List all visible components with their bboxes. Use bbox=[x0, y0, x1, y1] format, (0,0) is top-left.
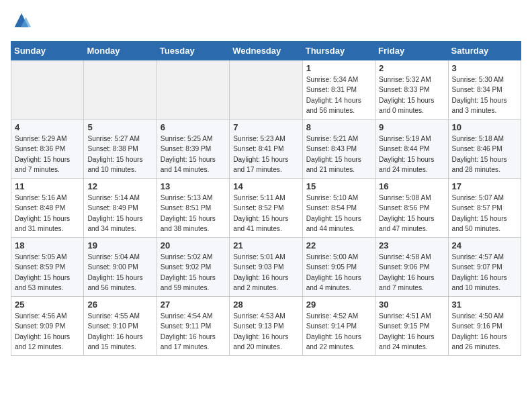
calendar-cell: 2Sunrise: 5:32 AM Sunset: 8:33 PM Daylig… bbox=[375, 60, 448, 120]
calendar-cell: 4Sunrise: 5:29 AM Sunset: 8:36 PM Daylig… bbox=[11, 120, 84, 179]
calendar-week-row: 25Sunrise: 4:56 AM Sunset: 9:09 PM Dayli… bbox=[11, 297, 521, 356]
day-info: Sunrise: 5:34 AM Sunset: 8:31 PM Dayligh… bbox=[306, 75, 371, 116]
day-number: 18 bbox=[15, 240, 80, 250]
day-info: Sunrise: 5:30 AM Sunset: 8:34 PM Dayligh… bbox=[452, 75, 517, 116]
calendar-cell: 28Sunrise: 4:53 AM Sunset: 9:13 PM Dayli… bbox=[230, 297, 302, 356]
day-of-week-header: Tuesday bbox=[157, 42, 229, 60]
calendar-cell: 25Sunrise: 4:56 AM Sunset: 9:09 PM Dayli… bbox=[11, 297, 84, 356]
day-number: 4 bbox=[15, 122, 80, 132]
day-info: Sunrise: 5:01 AM Sunset: 9:03 PM Dayligh… bbox=[233, 252, 298, 293]
day-number: 17 bbox=[452, 181, 517, 191]
day-number: 1 bbox=[306, 63, 371, 73]
day-info: Sunrise: 4:57 AM Sunset: 9:07 PM Dayligh… bbox=[452, 252, 517, 293]
calendar-cell: 31Sunrise: 4:50 AM Sunset: 9:16 PM Dayli… bbox=[448, 297, 521, 356]
day-number: 28 bbox=[233, 300, 298, 310]
page-header bbox=[11, 11, 521, 33]
day-info: Sunrise: 5:29 AM Sunset: 8:36 PM Dayligh… bbox=[15, 134, 80, 175]
calendar-cell: 13Sunrise: 5:13 AM Sunset: 8:51 PM Dayli… bbox=[157, 179, 229, 238]
day-info: Sunrise: 5:27 AM Sunset: 8:38 PM Dayligh… bbox=[87, 134, 152, 175]
day-info: Sunrise: 5:07 AM Sunset: 8:57 PM Dayligh… bbox=[452, 193, 517, 234]
day-number: 23 bbox=[379, 240, 444, 250]
day-of-week-header: Friday bbox=[375, 42, 448, 60]
day-number: 21 bbox=[233, 240, 298, 250]
calendar-cell: 18Sunrise: 5:05 AM Sunset: 8:59 PM Dayli… bbox=[11, 238, 84, 297]
day-info: Sunrise: 5:00 AM Sunset: 9:05 PM Dayligh… bbox=[306, 252, 371, 293]
calendar-cell: 24Sunrise: 4:57 AM Sunset: 9:07 PM Dayli… bbox=[448, 238, 521, 297]
day-info: Sunrise: 5:05 AM Sunset: 8:59 PM Dayligh… bbox=[15, 252, 80, 293]
day-number: 29 bbox=[306, 300, 371, 310]
calendar-cell: 9Sunrise: 5:19 AM Sunset: 8:44 PM Daylig… bbox=[375, 120, 448, 179]
calendar-week-row: 1Sunrise: 5:34 AM Sunset: 8:31 PM Daylig… bbox=[11, 60, 521, 120]
day-number: 31 bbox=[452, 300, 517, 310]
calendar-cell bbox=[230, 60, 302, 120]
calendar-week-row: 11Sunrise: 5:16 AM Sunset: 8:48 PM Dayli… bbox=[11, 179, 521, 238]
day-info: Sunrise: 5:11 AM Sunset: 8:52 PM Dayligh… bbox=[233, 193, 298, 234]
day-info: Sunrise: 5:04 AM Sunset: 9:00 PM Dayligh… bbox=[87, 252, 152, 293]
day-number: 24 bbox=[452, 240, 517, 250]
day-info: Sunrise: 4:51 AM Sunset: 9:15 PM Dayligh… bbox=[379, 311, 444, 352]
day-number: 19 bbox=[87, 240, 152, 250]
day-number: 20 bbox=[161, 240, 226, 250]
calendar-cell: 30Sunrise: 4:51 AM Sunset: 9:15 PM Dayli… bbox=[375, 297, 448, 356]
day-number: 27 bbox=[161, 300, 226, 310]
calendar-cell: 20Sunrise: 5:02 AM Sunset: 9:02 PM Dayli… bbox=[157, 238, 229, 297]
day-info: Sunrise: 5:10 AM Sunset: 8:54 PM Dayligh… bbox=[306, 193, 371, 234]
day-number: 15 bbox=[306, 181, 371, 191]
day-info: Sunrise: 4:58 AM Sunset: 9:06 PM Dayligh… bbox=[379, 252, 444, 293]
day-number: 26 bbox=[87, 300, 152, 310]
day-of-week-header: Sunday bbox=[11, 42, 84, 60]
calendar-cell: 3Sunrise: 5:30 AM Sunset: 8:34 PM Daylig… bbox=[448, 60, 521, 120]
day-number: 7 bbox=[233, 122, 298, 132]
day-info: Sunrise: 5:25 AM Sunset: 8:39 PM Dayligh… bbox=[161, 134, 226, 175]
calendar-cell: 27Sunrise: 4:54 AM Sunset: 9:11 PM Dayli… bbox=[157, 297, 229, 356]
calendar-cell: 12Sunrise: 5:14 AM Sunset: 8:49 PM Dayli… bbox=[84, 179, 157, 238]
day-info: Sunrise: 5:14 AM Sunset: 8:49 PM Dayligh… bbox=[87, 193, 152, 234]
calendar-cell: 29Sunrise: 4:52 AM Sunset: 9:14 PM Dayli… bbox=[302, 297, 375, 356]
day-number: 6 bbox=[161, 122, 226, 132]
calendar-cell: 8Sunrise: 5:21 AM Sunset: 8:43 PM Daylig… bbox=[302, 120, 375, 179]
day-info: Sunrise: 5:18 AM Sunset: 8:46 PM Dayligh… bbox=[452, 134, 517, 175]
calendar-cell: 5Sunrise: 5:27 AM Sunset: 8:38 PM Daylig… bbox=[84, 120, 157, 179]
day-of-week-header: Thursday bbox=[302, 42, 375, 60]
day-info: Sunrise: 4:54 AM Sunset: 9:11 PM Dayligh… bbox=[161, 311, 226, 352]
day-info: Sunrise: 5:21 AM Sunset: 8:43 PM Dayligh… bbox=[306, 134, 371, 175]
calendar-week-row: 18Sunrise: 5:05 AM Sunset: 8:59 PM Dayli… bbox=[11, 238, 521, 297]
day-info: Sunrise: 4:55 AM Sunset: 9:10 PM Dayligh… bbox=[87, 311, 152, 352]
calendar-cell: 1Sunrise: 5:34 AM Sunset: 8:31 PM Daylig… bbox=[302, 60, 375, 120]
day-number: 9 bbox=[379, 122, 444, 132]
calendar-cell: 6Sunrise: 5:25 AM Sunset: 8:39 PM Daylig… bbox=[157, 120, 229, 179]
day-number: 22 bbox=[306, 240, 371, 250]
day-number: 2 bbox=[379, 63, 444, 73]
calendar-header-row: SundayMondayTuesdayWednesdayThursdayFrid… bbox=[11, 42, 521, 60]
calendar-cell: 22Sunrise: 5:00 AM Sunset: 9:05 PM Dayli… bbox=[302, 238, 375, 297]
calendar-cell: 21Sunrise: 5:01 AM Sunset: 9:03 PM Dayli… bbox=[230, 238, 302, 297]
day-number: 3 bbox=[452, 63, 517, 73]
day-number: 5 bbox=[87, 122, 152, 132]
calendar-cell bbox=[157, 60, 229, 120]
day-number: 8 bbox=[306, 122, 371, 132]
day-info: Sunrise: 4:50 AM Sunset: 9:16 PM Dayligh… bbox=[452, 311, 517, 352]
calendar-cell bbox=[84, 60, 157, 120]
calendar-cell bbox=[11, 60, 84, 120]
day-number: 16 bbox=[379, 181, 444, 191]
day-of-week-header: Monday bbox=[84, 42, 157, 60]
day-info: Sunrise: 5:19 AM Sunset: 8:44 PM Dayligh… bbox=[379, 134, 444, 175]
calendar-cell: 10Sunrise: 5:18 AM Sunset: 8:46 PM Dayli… bbox=[448, 120, 521, 179]
day-info: Sunrise: 5:32 AM Sunset: 8:33 PM Dayligh… bbox=[379, 75, 444, 116]
day-of-week-header: Saturday bbox=[448, 42, 521, 60]
calendar-week-row: 4Sunrise: 5:29 AM Sunset: 8:36 PM Daylig… bbox=[11, 120, 521, 179]
day-number: 30 bbox=[379, 300, 444, 310]
calendar-cell: 17Sunrise: 5:07 AM Sunset: 8:57 PM Dayli… bbox=[448, 179, 521, 238]
calendar-cell: 23Sunrise: 4:58 AM Sunset: 9:06 PM Dayli… bbox=[375, 238, 448, 297]
calendar-cell: 14Sunrise: 5:11 AM Sunset: 8:52 PM Dayli… bbox=[230, 179, 302, 238]
calendar-cell: 19Sunrise: 5:04 AM Sunset: 9:00 PM Dayli… bbox=[84, 238, 157, 297]
day-info: Sunrise: 4:53 AM Sunset: 9:13 PM Dayligh… bbox=[233, 311, 298, 352]
day-info: Sunrise: 5:16 AM Sunset: 8:48 PM Dayligh… bbox=[15, 193, 80, 234]
day-info: Sunrise: 5:23 AM Sunset: 8:41 PM Dayligh… bbox=[233, 134, 298, 175]
day-info: Sunrise: 5:08 AM Sunset: 8:56 PM Dayligh… bbox=[379, 193, 444, 234]
calendar-cell: 11Sunrise: 5:16 AM Sunset: 8:48 PM Dayli… bbox=[11, 179, 84, 238]
day-info: Sunrise: 5:13 AM Sunset: 8:51 PM Dayligh… bbox=[161, 193, 226, 234]
logo-icon bbox=[12, 11, 31, 30]
day-number: 25 bbox=[15, 300, 80, 310]
calendar-cell: 26Sunrise: 4:55 AM Sunset: 9:10 PM Dayli… bbox=[84, 297, 157, 356]
